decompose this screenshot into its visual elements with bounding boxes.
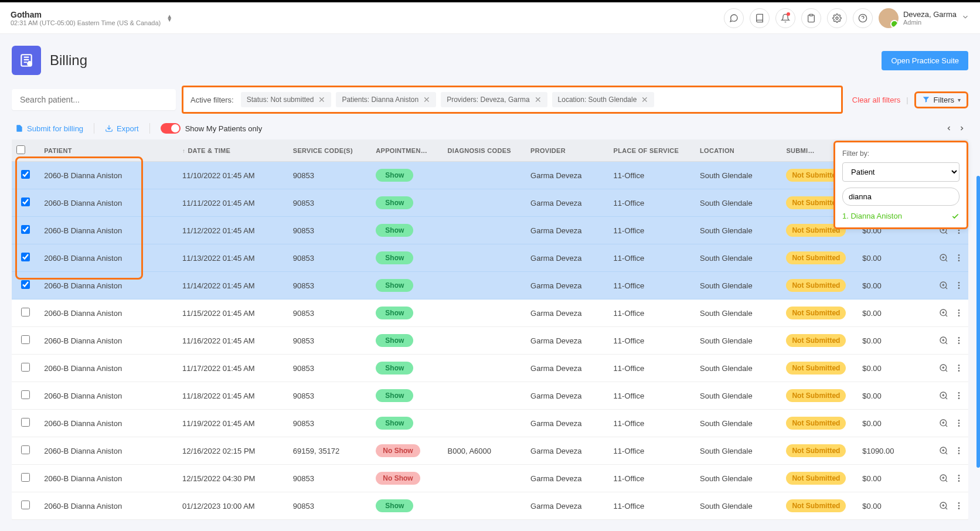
cell-amount: $0.00 (858, 410, 927, 437)
filter-by-select[interactable]: Patient (842, 162, 959, 182)
row-checkbox[interactable] (21, 225, 30, 234)
table-row[interactable]: 2060-B Dianna Aniston 11/18/2022 01:45 A… (12, 382, 968, 410)
zoom-icon[interactable] (939, 474, 948, 483)
filter-search-input[interactable] (842, 188, 959, 206)
col-patient[interactable]: PATIENT (39, 139, 178, 162)
row-checkbox[interactable] (21, 308, 30, 316)
table-row[interactable]: 2060-B Dianna Aniston 11/13/2022 01:45 A… (12, 244, 968, 272)
filters-button[interactable]: Filters ▾ (914, 91, 968, 108)
book-icon[interactable] (750, 8, 770, 28)
my-patients-toggle[interactable] (161, 123, 181, 134)
page-next-icon[interactable] (955, 122, 968, 135)
col-provider[interactable]: PROVIDER (526, 139, 609, 162)
more-icon[interactable] (954, 336, 964, 345)
cell-location: South Glendale (695, 272, 781, 299)
row-checkbox[interactable] (21, 170, 30, 179)
more-icon[interactable] (954, 474, 964, 483)
table-row[interactable]: 2060-B Dianna Aniston 12/15/2022 04:30 P… (12, 465, 968, 492)
scrollbar[interactable] (976, 176, 980, 468)
cell-patient: 2060-B Dianna Aniston (39, 189, 178, 217)
table-row[interactable]: 2060-B Dianna Aniston 11/16/2022 01:45 A… (12, 327, 968, 355)
open-practice-suite-button[interactable]: Open Practice Suite (882, 51, 968, 70)
zoom-icon[interactable] (939, 281, 948, 290)
table-row[interactable]: 2060-B Dianna Aniston 11/10/2022 01:45 A… (12, 162, 968, 189)
table-row[interactable]: 2060-B Dianna Aniston 11/17/2022 01:45 A… (12, 355, 968, 382)
table-row[interactable]: 2060-B Dianna Aniston 01/12/2023 10:00 A… (12, 492, 968, 520)
user-menu[interactable]: Deveza, Garma Admin (879, 8, 969, 28)
appt-show-pill: Show (376, 389, 413, 402)
more-icon[interactable] (954, 501, 964, 510)
gear-icon[interactable] (827, 8, 847, 28)
zoom-icon[interactable] (939, 501, 948, 510)
close-icon[interactable]: ✕ (318, 95, 325, 104)
cell-actions (927, 382, 968, 410)
chat-icon[interactable] (724, 8, 744, 28)
zoom-icon[interactable] (939, 446, 948, 455)
table-row[interactable]: 2060-B Dianna Aniston 11/11/2022 01:45 A… (12, 189, 968, 217)
filter-result-item[interactable]: 1. Dianna Aniston (842, 212, 959, 220)
table-row[interactable]: 2060-B Dianna Aniston 11/15/2022 01:45 A… (12, 299, 968, 327)
svg-point-73 (958, 420, 960, 421)
select-all-checkbox[interactable] (16, 145, 25, 154)
zoom-icon[interactable] (939, 391, 948, 400)
search-input[interactable] (12, 89, 176, 110)
table-row[interactable]: 2060-B Dianna Aniston 11/19/2022 01:45 A… (12, 410, 968, 437)
row-checkbox[interactable] (21, 501, 30, 509)
col-diag[interactable]: DIAGNOSIS CODES (443, 139, 526, 162)
export-link[interactable]: Export (105, 124, 139, 133)
my-patients-toggle-wrap: Show My Patients only (161, 123, 263, 134)
cell-service: 69159, 35172 (288, 437, 372, 465)
more-icon[interactable] (954, 446, 964, 455)
row-checkbox[interactable] (21, 445, 30, 454)
active-filters-label: Active filters: (190, 96, 234, 104)
row-checkbox[interactable] (21, 418, 30, 427)
more-icon[interactable] (954, 363, 964, 373)
more-icon[interactable] (954, 281, 964, 290)
help-icon[interactable] (853, 8, 873, 28)
more-icon[interactable] (954, 418, 964, 428)
row-checkbox[interactable] (21, 253, 30, 261)
row-checkbox[interactable] (21, 390, 30, 399)
svg-point-32 (958, 257, 960, 259)
cell-provider: Garma Deveza (526, 299, 609, 327)
table-row[interactable]: 2060-B Dianna Aniston 11/14/2022 01:45 A… (12, 272, 968, 299)
org-switcher-icon[interactable]: ▲▼ (166, 15, 172, 22)
filter-chip-status: Status: Not submitted ✕ (241, 92, 332, 107)
svg-point-1 (836, 17, 838, 19)
row-checkbox[interactable] (21, 335, 30, 344)
page-prev-icon[interactable] (942, 122, 955, 135)
row-checkbox[interactable] (21, 363, 30, 372)
row-checkbox[interactable] (21, 473, 30, 482)
zoom-icon[interactable] (939, 336, 948, 345)
cell-appt: Show (371, 272, 443, 299)
table-row[interactable]: 2060-B Dianna Aniston 11/12/2022 01:45 A… (12, 217, 968, 244)
col-location[interactable]: LOCATION (695, 139, 781, 162)
col-appt[interactable]: APPOINTMEN… (371, 139, 443, 162)
more-icon[interactable] (954, 308, 964, 318)
col-service[interactable]: SERVICE CODE(S) (288, 139, 372, 162)
clear-filters-link[interactable]: Clear all filters (852, 96, 900, 104)
appt-show-pill: Show (376, 224, 413, 237)
close-icon[interactable]: ✕ (423, 95, 430, 104)
zoom-icon[interactable] (939, 253, 948, 263)
row-checkbox[interactable] (21, 198, 30, 206)
zoom-icon[interactable] (939, 418, 948, 428)
more-icon[interactable] (954, 253, 964, 263)
cell-appt: No Show (371, 437, 443, 465)
zoom-icon[interactable] (939, 363, 948, 373)
cell-date: 11/16/2022 01:45 AM (178, 327, 288, 355)
col-pos[interactable]: PLACE OF SERVICE (609, 139, 695, 162)
clipboard-icon[interactable] (801, 8, 821, 28)
zoom-icon[interactable] (939, 308, 948, 318)
close-icon[interactable]: ✕ (641, 95, 648, 104)
row-checkbox[interactable] (21, 280, 30, 289)
bell-icon[interactable] (775, 8, 795, 28)
more-icon[interactable] (954, 391, 964, 400)
svg-point-66 (958, 392, 960, 394)
cell-actions (927, 272, 968, 299)
svg-point-33 (958, 260, 960, 261)
submit-for-billing-link[interactable]: Submit for billing (15, 124, 83, 133)
col-date[interactable]: ↑DATE & TIME (178, 139, 288, 162)
table-row[interactable]: 2060-B Dianna Aniston 12/16/2022 02:15 P… (12, 437, 968, 465)
close-icon[interactable]: ✕ (535, 95, 542, 104)
